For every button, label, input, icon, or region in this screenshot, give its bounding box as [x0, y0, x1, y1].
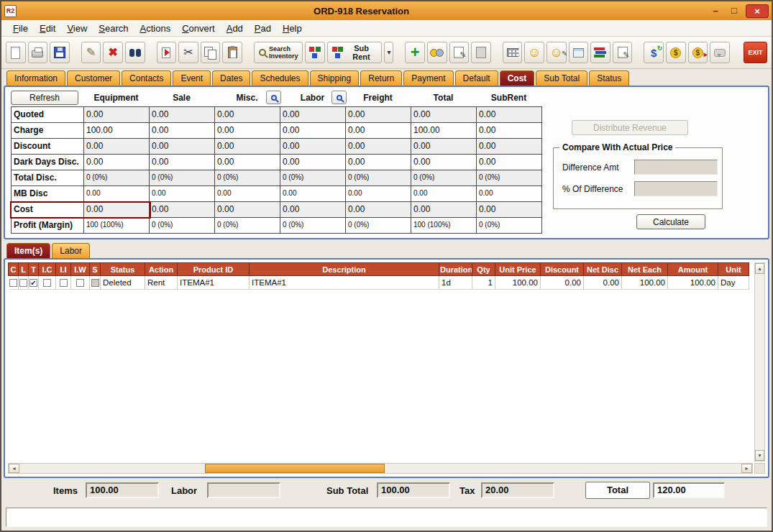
items-row[interactable]: ✔DeletedRentITEMA#1ITEMA#11d1100.000.000… — [9, 276, 749, 290]
tab-dates[interactable]: Dates — [212, 70, 250, 86]
cost-cell-quoted-subrent[interactable]: 0.00 — [477, 107, 542, 123]
items-cell-description[interactable]: ITEMA#1 — [250, 276, 439, 290]
cost-cell-dark-days-disc-freight[interactable]: 0.00 — [346, 155, 411, 170]
items-hscrollbar[interactable]: ◂ ▸ — [8, 463, 753, 474]
items-col-unit[interactable]: Unit — [718, 263, 749, 276]
items-col-duration[interactable]: Duration — [439, 263, 472, 276]
difference-amt-input[interactable] — [634, 160, 718, 175]
tab-customer[interactable]: Customer — [67, 70, 120, 86]
hscroll-thumb[interactable] — [205, 464, 385, 473]
cost-cell-dark-days-disc-total[interactable]: 0.00 — [411, 155, 477, 170]
checkbox-l[interactable] — [19, 279, 27, 287]
package-button[interactable] — [569, 42, 589, 63]
items-cell-unit[interactable]: Day — [718, 276, 749, 290]
calculate-button[interactable]: Calculate — [636, 214, 705, 229]
cost-cell-charge-subrent[interactable]: 0.00 — [477, 123, 542, 139]
misc-search-button[interactable] — [266, 91, 281, 104]
subtotal-input[interactable]: 100.00 — [377, 482, 450, 498]
items-tab-labor[interactable]: Labor — [52, 243, 90, 258]
distribute-revenue-button[interactable]: Distribute Revenue — [572, 120, 688, 135]
tab-default[interactable]: Default — [455, 70, 498, 86]
cost-cell-total-disc-misc[interactable]: 0 (0%) — [215, 170, 280, 186]
checkbox-i-c[interactable] — [43, 279, 51, 287]
cost-cell-cost-labor[interactable]: 0.00 — [280, 202, 346, 218]
save-button[interactable] — [50, 42, 70, 63]
menu-edit[interactable]: Edit — [34, 22, 61, 35]
cost-cell-profit-margin-misc[interactable]: 0 (0%) — [215, 218, 280, 234]
contacts-button[interactable] — [427, 42, 447, 63]
cost-cell-dark-days-disc-misc[interactable]: 0.00 — [215, 155, 280, 170]
tab-event[interactable]: Event — [173, 70, 211, 86]
cost-cell-total-disc-total[interactable]: 0 (0%) — [411, 170, 477, 186]
tax-input[interactable]: 20.00 — [481, 482, 554, 498]
tab-contacts[interactable]: Contacts — [122, 70, 171, 86]
inventory-button[interactable] — [305, 42, 325, 63]
cost-cell-discount-equipment[interactable]: 0.00 — [84, 139, 150, 155]
cost-cell-charge-misc[interactable]: 0.00 — [215, 123, 280, 139]
items-cell-unit-price[interactable]: 100.00 — [495, 276, 541, 290]
cost-cell-cost-subrent[interactable]: 0.00 — [477, 202, 542, 218]
pct-difference-input[interactable] — [634, 181, 718, 196]
scroll-down-button[interactable]: ▾ — [755, 450, 764, 461]
contact-smiley-button[interactable]: ☺ — [524, 42, 544, 63]
cost-cell-cost-total[interactable]: 0.00 — [411, 202, 477, 218]
cost-cell-mb-disc-labor[interactable]: 0.00 — [280, 186, 346, 202]
cost-cell-cost-equipment[interactable]: 0.00 — [84, 202, 150, 218]
menu-convert[interactable]: Convert — [176, 22, 221, 35]
cost-cell-profit-margin-equipment[interactable]: 100 (100%) — [84, 218, 150, 234]
menu-file[interactable]: File — [7, 22, 34, 35]
cost-cell-dark-days-disc-sale[interactable]: 0.00 — [150, 155, 215, 170]
items-col-amount[interactable]: Amount — [668, 263, 718, 276]
cost-cell-profit-margin-sale[interactable]: 0 (0%) — [150, 218, 215, 234]
cost-cell-mb-disc-misc[interactable]: 0.00 — [215, 186, 280, 202]
items-col-l[interactable]: L — [19, 263, 29, 276]
items-col-net-disc[interactable]: Net Disc — [584, 263, 622, 276]
tab-status[interactable]: Status — [589, 70, 629, 86]
labor-search-button[interactable] — [331, 91, 347, 104]
cost-cell-profit-margin-freight[interactable]: 0 (0%) — [346, 218, 411, 234]
money-out-button[interactable]: $▸ — [688, 42, 708, 63]
menu-help[interactable]: Help — [277, 22, 308, 35]
find-button[interactable] — [125, 42, 145, 63]
items-cell-net-each[interactable]: 100.00 — [622, 276, 668, 290]
new-button[interactable] — [6, 42, 26, 63]
grand-total-input[interactable]: 120.00 — [653, 482, 725, 498]
cost-cell-quoted-freight[interactable]: 0.00 — [346, 107, 411, 123]
cost-cell-charge-freight[interactable]: 0.00 — [346, 123, 411, 139]
payment-button[interactable]: $ — [666, 42, 686, 63]
refresh-button[interactable]: Refresh — [11, 91, 78, 105]
exit-button[interactable]: EXIT — [744, 42, 767, 63]
cost-cell-total-disc-equipment[interactable]: 0 (0%) — [84, 170, 150, 186]
delete-button[interactable]: ✖ — [103, 42, 123, 63]
items-col-unit-price[interactable]: Unit Price — [495, 263, 541, 276]
menu-add[interactable]: Add — [221, 22, 249, 35]
items-cell-qty[interactable]: 1 — [472, 276, 495, 290]
worksheet-button[interactable]: ✎ — [613, 42, 633, 63]
cost-cell-profit-margin-subrent[interactable]: 0 (0%) — [477, 218, 542, 234]
items-col-description[interactable]: Description — [250, 263, 439, 276]
items-col-discount[interactable]: Discount — [541, 263, 584, 276]
checkbox-s[interactable] — [91, 279, 99, 287]
checkbox-c[interactable] — [9, 279, 17, 287]
cost-cell-total-disc-freight[interactable]: 0 (0%) — [346, 170, 411, 186]
export-button[interactable] — [157, 42, 177, 63]
cut-button[interactable]: ✂ — [178, 42, 198, 63]
search-inventory-button[interactable]: SearchInventory — [254, 42, 303, 63]
cost-cell-charge-sale[interactable]: 0.00 — [150, 123, 215, 139]
sub-rent-button[interactable]: Sub Rent — [327, 42, 382, 63]
items-cell-status[interactable]: Deleted — [101, 276, 145, 290]
print-button[interactable] — [28, 42, 48, 63]
cost-cell-discount-misc[interactable]: 0.00 — [215, 139, 280, 155]
items-cell-net-disc[interactable]: 0.00 — [584, 276, 622, 290]
cost-cell-dark-days-disc-equipment[interactable]: 0.00 — [84, 155, 150, 170]
items-total-input[interactable]: 100.00 — [86, 482, 159, 498]
scroll-right-button[interactable]: ▸ — [741, 464, 752, 473]
items-col-qty[interactable]: Qty — [472, 263, 495, 276]
scroll-up-button[interactable]: ▴ — [755, 263, 764, 274]
items-col-action[interactable]: Action — [145, 263, 178, 276]
items-cell-action[interactable]: Rent — [145, 276, 178, 290]
cost-cell-profit-margin-total[interactable]: 100 (100%) — [411, 218, 477, 234]
tab-shipping[interactable]: Shipping — [310, 70, 360, 86]
cost-cell-total-disc-labor[interactable]: 0 (0%) — [280, 170, 346, 186]
edit-note-button[interactable]: ✎ — [449, 42, 470, 63]
